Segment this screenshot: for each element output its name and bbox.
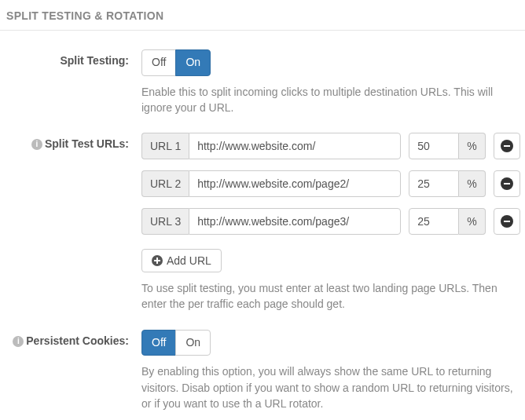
info-icon: i [13, 336, 24, 347]
percent-addon: % [459, 170, 485, 197]
url-row: URL 3 % [141, 208, 525, 235]
toggle-split-testing[interactable]: Off On [141, 49, 211, 76]
weight-input[interactable] [409, 170, 459, 197]
row-persistent-cookies: iPersistent Cookies: Off On By enabling … [0, 330, 525, 411]
minus-circle-icon [501, 215, 513, 228]
url-addon: URL 3 [141, 208, 189, 235]
minus-circle-icon [501, 140, 513, 152]
label-split-testing: Split Testing: [0, 49, 141, 115]
toggle-off[interactable]: Off [141, 330, 176, 356]
add-url-button[interactable]: Add URL [141, 249, 222, 272]
remove-url-button[interactable] [494, 208, 520, 235]
weight-input[interactable] [409, 133, 459, 159]
help-split-urls: To use split testing, you must enter at … [141, 280, 525, 312]
percent-addon: % [459, 133, 485, 159]
url-input[interactable] [189, 170, 401, 197]
url-row: URL 1 % [141, 133, 525, 159]
remove-url-button[interactable] [494, 170, 520, 197]
weight-input[interactable] [409, 208, 459, 235]
url-input[interactable] [189, 208, 401, 235]
help-split-testing: Enable this to split incoming clicks to … [141, 84, 525, 116]
toggle-persistent-cookies[interactable]: Off On [141, 330, 211, 356]
toggle-off[interactable]: Off [141, 49, 176, 76]
help-persistent-cookies: By enabling this option, you will always… [141, 363, 525, 411]
info-icon: i [31, 139, 42, 150]
toggle-on[interactable]: On [175, 330, 211, 356]
plus-circle-icon [152, 255, 163, 266]
remove-url-button[interactable] [494, 133, 520, 159]
row-split-testing: Split Testing: Off On Enable this to spl… [0, 49, 525, 115]
url-input[interactable] [189, 133, 401, 159]
add-url-label: Add URL [167, 254, 211, 267]
label-persistent-cookies: iPersistent Cookies: [0, 330, 141, 411]
section-header: SPLIT TESTING & ROTATION [0, 0, 525, 31]
minus-circle-icon [501, 177, 513, 190]
url-addon: URL 2 [141, 170, 189, 197]
percent-addon: % [459, 208, 485, 235]
label-split-urls: iSplit Test URLs: [0, 133, 141, 312]
toggle-on[interactable]: On [175, 49, 211, 76]
url-addon: URL 1 [141, 133, 189, 159]
url-row: URL 2 % [141, 170, 525, 197]
row-split-urls: iSplit Test URLs: URL 1 % URL 2 % [0, 133, 525, 312]
